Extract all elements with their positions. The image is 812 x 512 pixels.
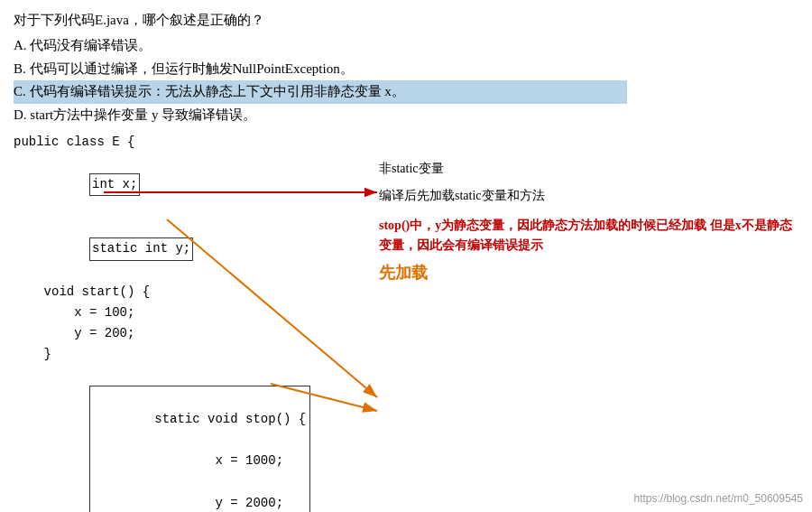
ann-preload-text: 先加载 bbox=[379, 264, 428, 282]
code-line-6: y = 200; bbox=[14, 323, 798, 344]
code-box-x: int x; bbox=[89, 173, 140, 196]
ann-non-static: 非static变量 bbox=[379, 158, 794, 180]
option-a: A. 代码没有编译错误。 bbox=[14, 34, 798, 58]
question-text: 对于下列代码E.java，哪个叙述是正确的？ bbox=[14, 9, 798, 31]
annotations-block: 非static变量 编译后先加载static变量和方法 stop()中，y为静态… bbox=[379, 158, 794, 287]
code-box-y: static int y; bbox=[89, 237, 193, 260]
option-b: B. 代码可以通过编译，但运行时触发NullPointException。 bbox=[14, 58, 798, 81]
option-d: D. start方法中操作变量 y 导致编译错误。 bbox=[14, 104, 798, 127]
code-line-7: } bbox=[14, 344, 798, 365]
code-line-5: x = 100; bbox=[14, 303, 798, 323]
watermark: https://blog.csdn.net/m0_50609545 bbox=[634, 492, 803, 505]
option-c: C. 代码有编译错误提示：无法从静态上下文中引用非静态变量 x。 bbox=[14, 80, 798, 104]
code-line-1: public class E { bbox=[14, 132, 798, 153]
ann-compile-static: 编译后先加载static变量和方法 bbox=[379, 185, 794, 207]
code-line-stop-start: static void stop() { x = 1000; y = 2000;… bbox=[14, 365, 798, 512]
ann-preload-block: 先加载 bbox=[379, 259, 794, 287]
ann-stop-desc: stop()中，y为静态变量，因此静态方法加载的时候已经加载 但是x不是静态变量… bbox=[379, 216, 794, 256]
code-box-stop: static void stop() { x = 1000; y = 2000;… bbox=[89, 386, 310, 512]
option-c-text: C. 代码有编译错误提示：无法从静态上下文中引用非静态变量 x。 bbox=[14, 80, 627, 104]
